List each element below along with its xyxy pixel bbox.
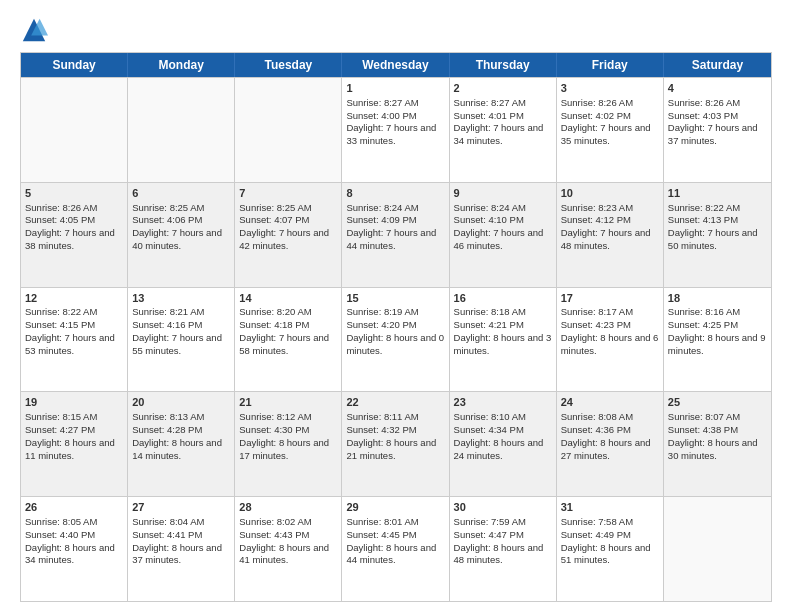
daylight-text: Daylight: 7 hours and 50 minutes. <box>668 227 758 251</box>
daylight-text: Daylight: 8 hours and 14 minutes. <box>132 437 222 461</box>
cal-cell-25: 25Sunrise: 8:07 AMSunset: 4:38 PMDayligh… <box>664 392 771 496</box>
cal-cell-5: 5Sunrise: 8:26 AMSunset: 4:05 PMDaylight… <box>21 183 128 287</box>
calendar-body: 1Sunrise: 8:27 AMSunset: 4:00 PMDaylight… <box>21 77 771 601</box>
cal-cell-10: 10Sunrise: 8:23 AMSunset: 4:12 PMDayligh… <box>557 183 664 287</box>
sunrise-text: Sunrise: 8:27 AM <box>346 97 418 108</box>
sunset-text: Sunset: 4:12 PM <box>561 214 631 225</box>
sunset-text: Sunset: 4:45 PM <box>346 529 416 540</box>
cal-cell-1: 1Sunrise: 8:27 AMSunset: 4:00 PMDaylight… <box>342 78 449 182</box>
daylight-text: Daylight: 8 hours and 17 minutes. <box>239 437 329 461</box>
day-number: 3 <box>561 81 659 96</box>
cal-cell-empty <box>235 78 342 182</box>
sunrise-text: Sunrise: 8:25 AM <box>132 202 204 213</box>
sunset-text: Sunset: 4:47 PM <box>454 529 524 540</box>
day-number: 4 <box>668 81 767 96</box>
day-number: 19 <box>25 395 123 410</box>
day-number: 7 <box>239 186 337 201</box>
daylight-text: Daylight: 7 hours and 53 minutes. <box>25 332 115 356</box>
sunset-text: Sunset: 4:21 PM <box>454 319 524 330</box>
day-number: 10 <box>561 186 659 201</box>
sunset-text: Sunset: 4:23 PM <box>561 319 631 330</box>
sunset-text: Sunset: 4:01 PM <box>454 110 524 121</box>
daylight-text: Daylight: 8 hours and 44 minutes. <box>346 542 436 566</box>
sunrise-text: Sunrise: 8:16 AM <box>668 306 740 317</box>
daylight-text: Daylight: 8 hours and 34 minutes. <box>25 542 115 566</box>
cal-cell-16: 16Sunrise: 8:18 AMSunset: 4:21 PMDayligh… <box>450 288 557 392</box>
sunset-text: Sunset: 4:15 PM <box>25 319 95 330</box>
cal-week-5: 26Sunrise: 8:05 AMSunset: 4:40 PMDayligh… <box>21 496 771 601</box>
daylight-text: Daylight: 8 hours and 9 minutes. <box>668 332 766 356</box>
sunset-text: Sunset: 4:16 PM <box>132 319 202 330</box>
sunset-text: Sunset: 4:13 PM <box>668 214 738 225</box>
cal-week-1: 1Sunrise: 8:27 AMSunset: 4:00 PMDaylight… <box>21 77 771 182</box>
sunset-text: Sunset: 4:41 PM <box>132 529 202 540</box>
daylight-text: Daylight: 7 hours and 35 minutes. <box>561 122 651 146</box>
cal-week-3: 12Sunrise: 8:22 AMSunset: 4:15 PMDayligh… <box>21 287 771 392</box>
cal-cell-4: 4Sunrise: 8:26 AMSunset: 4:03 PMDaylight… <box>664 78 771 182</box>
cal-cell-7: 7Sunrise: 8:25 AMSunset: 4:07 PMDaylight… <box>235 183 342 287</box>
daylight-text: Daylight: 8 hours and 51 minutes. <box>561 542 651 566</box>
daylight-text: Daylight: 7 hours and 55 minutes. <box>132 332 222 356</box>
cal-cell-29: 29Sunrise: 8:01 AMSunset: 4:45 PMDayligh… <box>342 497 449 601</box>
day-number: 24 <box>561 395 659 410</box>
cal-cell-13: 13Sunrise: 8:21 AMSunset: 4:16 PMDayligh… <box>128 288 235 392</box>
daylight-text: Daylight: 8 hours and 30 minutes. <box>668 437 758 461</box>
day-number: 12 <box>25 291 123 306</box>
sunrise-text: Sunrise: 8:24 AM <box>454 202 526 213</box>
cal-cell-6: 6Sunrise: 8:25 AMSunset: 4:06 PMDaylight… <box>128 183 235 287</box>
cal-cell-18: 18Sunrise: 8:16 AMSunset: 4:25 PMDayligh… <box>664 288 771 392</box>
sunrise-text: Sunrise: 8:24 AM <box>346 202 418 213</box>
cal-cell-28: 28Sunrise: 8:02 AMSunset: 4:43 PMDayligh… <box>235 497 342 601</box>
day-number: 2 <box>454 81 552 96</box>
cal-cell-2: 2Sunrise: 8:27 AMSunset: 4:01 PMDaylight… <box>450 78 557 182</box>
day-number: 30 <box>454 500 552 515</box>
sunset-text: Sunset: 4:43 PM <box>239 529 309 540</box>
day-number: 28 <box>239 500 337 515</box>
cal-cell-empty <box>664 497 771 601</box>
day-number: 6 <box>132 186 230 201</box>
cal-header-saturday: Saturday <box>664 53 771 77</box>
cal-header-sunday: Sunday <box>21 53 128 77</box>
day-number: 1 <box>346 81 444 96</box>
sunrise-text: Sunrise: 8:07 AM <box>668 411 740 422</box>
sunrise-text: Sunrise: 8:26 AM <box>561 97 633 108</box>
sunset-text: Sunset: 4:03 PM <box>668 110 738 121</box>
sunrise-text: Sunrise: 8:17 AM <box>561 306 633 317</box>
header <box>20 16 772 44</box>
logo <box>20 16 52 44</box>
cal-cell-21: 21Sunrise: 8:12 AMSunset: 4:30 PMDayligh… <box>235 392 342 496</box>
day-number: 17 <box>561 291 659 306</box>
sunset-text: Sunset: 4:40 PM <box>25 529 95 540</box>
day-number: 11 <box>668 186 767 201</box>
sunset-text: Sunset: 4:27 PM <box>25 424 95 435</box>
sunrise-text: Sunrise: 8:25 AM <box>239 202 311 213</box>
sunrise-text: Sunrise: 8:21 AM <box>132 306 204 317</box>
cal-header-monday: Monday <box>128 53 235 77</box>
calendar: SundayMondayTuesdayWednesdayThursdayFrid… <box>20 52 772 602</box>
daylight-text: Daylight: 8 hours and 3 minutes. <box>454 332 552 356</box>
daylight-text: Daylight: 8 hours and 6 minutes. <box>561 332 659 356</box>
sunrise-text: Sunrise: 8:10 AM <box>454 411 526 422</box>
daylight-text: Daylight: 7 hours and 58 minutes. <box>239 332 329 356</box>
daylight-text: Daylight: 7 hours and 34 minutes. <box>454 122 544 146</box>
daylight-text: Daylight: 8 hours and 24 minutes. <box>454 437 544 461</box>
cal-cell-23: 23Sunrise: 8:10 AMSunset: 4:34 PMDayligh… <box>450 392 557 496</box>
daylight-text: Daylight: 8 hours and 41 minutes. <box>239 542 329 566</box>
sunset-text: Sunset: 4:38 PM <box>668 424 738 435</box>
cal-cell-30: 30Sunrise: 7:59 AMSunset: 4:47 PMDayligh… <box>450 497 557 601</box>
sunset-text: Sunset: 4:20 PM <box>346 319 416 330</box>
sunrise-text: Sunrise: 8:20 AM <box>239 306 311 317</box>
sunset-text: Sunset: 4:02 PM <box>561 110 631 121</box>
sunset-text: Sunset: 4:06 PM <box>132 214 202 225</box>
day-number: 20 <box>132 395 230 410</box>
sunset-text: Sunset: 4:07 PM <box>239 214 309 225</box>
cal-header-wednesday: Wednesday <box>342 53 449 77</box>
cal-week-4: 19Sunrise: 8:15 AMSunset: 4:27 PMDayligh… <box>21 391 771 496</box>
cal-cell-11: 11Sunrise: 8:22 AMSunset: 4:13 PMDayligh… <box>664 183 771 287</box>
day-number: 25 <box>668 395 767 410</box>
sunset-text: Sunset: 4:32 PM <box>346 424 416 435</box>
daylight-text: Daylight: 7 hours and 33 minutes. <box>346 122 436 146</box>
sunrise-text: Sunrise: 8:18 AM <box>454 306 526 317</box>
daylight-text: Daylight: 7 hours and 42 minutes. <box>239 227 329 251</box>
daylight-text: Daylight: 8 hours and 48 minutes. <box>454 542 544 566</box>
